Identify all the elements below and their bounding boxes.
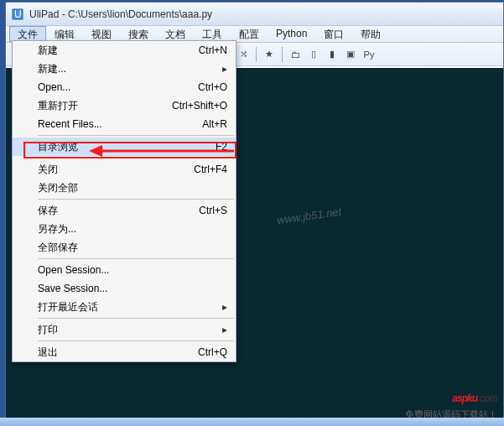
toolbar-folder-button[interactable]: 🗀 xyxy=(287,46,304,63)
submenu-arrow-icon: ▸ xyxy=(222,63,227,75)
menu-item-label: 重新打开 xyxy=(38,99,172,113)
menu-separator xyxy=(38,318,234,319)
menu-item-另存为...[interactable]: 另存为... xyxy=(13,220,236,238)
menu-item-Save Session...[interactable]: Save Session... xyxy=(13,279,236,298)
menu-item-label: 退出 xyxy=(38,345,198,360)
menu-item-新建[interactable]: 新建Ctrl+N xyxy=(13,41,236,60)
toolbar-bookmark-button[interactable]: ★ xyxy=(261,46,278,63)
menu-separator xyxy=(38,158,234,158)
menu-item-打印[interactable]: 打印▸ xyxy=(13,320,236,339)
toolbar-replace-button[interactable]: ⤭ xyxy=(235,46,252,63)
menu-帮助[interactable]: 帮助 xyxy=(352,26,389,42)
menu-item-shortcut: Ctrl+Q xyxy=(198,346,227,358)
menu-item-icon xyxy=(13,261,34,279)
menu-item-icon xyxy=(13,220,34,238)
menu-Python[interactable]: Python xyxy=(268,26,315,42)
menu-item-label: Open... xyxy=(38,81,198,93)
menu-item-shortcut: Ctrl+O xyxy=(198,81,227,93)
menu-item-label: 另存为... xyxy=(38,222,227,236)
menu-item-icon xyxy=(13,343,34,361)
window-title: UliPad - C:\Users\lion\Documents\aaa.py xyxy=(29,8,212,20)
menu-item-icon xyxy=(13,201,34,220)
taskbar-fragment xyxy=(0,418,504,426)
menu-item-icon xyxy=(13,160,34,179)
menu-item-label: 新建 xyxy=(38,44,199,58)
menu-item-label: 打印 xyxy=(38,323,217,337)
menu-separator xyxy=(38,199,234,200)
menu-item-Open Session...[interactable]: Open Session... xyxy=(13,261,236,279)
menu-item-label: 目录浏览 xyxy=(38,140,216,154)
menu-item-icon xyxy=(13,179,34,197)
toolbar-terminal-button[interactable]: ▣ xyxy=(342,46,359,63)
menu-item-shortcut: Ctrl+Shift+O xyxy=(172,100,227,112)
menu-item-新建...[interactable]: 新建...▸ xyxy=(13,60,236,78)
site-logo: aspku.com 免费网站源码下载站！ xyxy=(405,376,497,421)
menu-item-退出[interactable]: 退出Ctrl+Q xyxy=(13,343,236,361)
menu-item-label: 关闭全部 xyxy=(38,181,227,195)
svg-text:U: U xyxy=(14,8,22,20)
menu-item-label: 保存 xyxy=(38,204,199,218)
menu-item-目录浏览[interactable]: 目录浏览F2 xyxy=(13,138,236,156)
menu-item-icon xyxy=(13,298,34,316)
toolbar-separator xyxy=(256,47,257,62)
menu-item-icon xyxy=(13,320,34,339)
menu-item-label: Save Session... xyxy=(38,283,227,294)
toolbar-panel-right-button[interactable]: ▮ xyxy=(324,46,340,63)
menu-item-label: Recent Files... xyxy=(38,118,202,130)
menu-窗口[interactable]: 窗口 xyxy=(315,26,352,42)
menu-item-icon xyxy=(13,238,34,257)
titlebar[interactable]: U UliPad - C:\Users\lion\Documents\aaa.p… xyxy=(6,3,503,26)
menu-item-label: 新建... xyxy=(38,62,217,76)
menu-item-关闭[interactable]: 关闭Ctrl+F4 xyxy=(13,160,236,179)
menu-item-icon xyxy=(13,138,34,156)
submenu-arrow-icon: ▸ xyxy=(222,324,227,335)
menu-item-Recent Files...[interactable]: Recent Files...Alt+R xyxy=(13,115,236,133)
toolbar-python-button[interactable]: Py xyxy=(361,46,377,63)
menu-item-icon xyxy=(13,78,34,96)
menu-item-icon xyxy=(13,115,34,133)
menu-item-label: 全部保存 xyxy=(38,241,227,255)
menu-item-icon xyxy=(13,60,34,78)
toolbar-panel-button[interactable]: ▯ xyxy=(305,46,322,63)
submenu-arrow-icon: ▸ xyxy=(222,301,227,313)
menu-separator xyxy=(38,258,234,259)
menu-item-label: 打开最近会话 xyxy=(38,300,217,314)
menu-item-icon xyxy=(13,41,34,60)
menu-item-重新打开[interactable]: 重新打开Ctrl+Shift+O xyxy=(13,96,236,115)
menu-item-全部保存[interactable]: 全部保存 xyxy=(13,238,236,257)
menu-item-icon xyxy=(13,279,34,298)
menu-item-shortcut: F2 xyxy=(216,141,227,153)
menu-separator xyxy=(38,135,234,136)
menu-item-shortcut: Alt+R xyxy=(202,118,227,130)
file-menu-dropdown: 新建Ctrl+N新建...▸Open...Ctrl+O重新打开Ctrl+Shif… xyxy=(12,40,236,362)
menu-item-shortcut: Ctrl+S xyxy=(199,205,227,216)
menu-item-保存[interactable]: 保存Ctrl+S xyxy=(13,201,236,220)
menu-item-icon xyxy=(13,96,34,115)
menu-separator xyxy=(38,340,234,341)
menu-item-shortcut: Ctrl+N xyxy=(199,44,227,56)
menu-item-shortcut: Ctrl+F4 xyxy=(194,164,227,175)
menu-item-Open...[interactable]: Open...Ctrl+O xyxy=(13,78,236,96)
app-icon: U xyxy=(11,8,24,21)
menu-item-打开最近会话[interactable]: 打开最近会话▸ xyxy=(13,298,236,316)
menu-item-label: 关闭 xyxy=(38,163,194,177)
toolbar-separator xyxy=(282,47,283,62)
menu-item-关闭全部[interactable]: 关闭全部 xyxy=(13,179,236,197)
menu-item-label: Open Session... xyxy=(38,264,227,276)
